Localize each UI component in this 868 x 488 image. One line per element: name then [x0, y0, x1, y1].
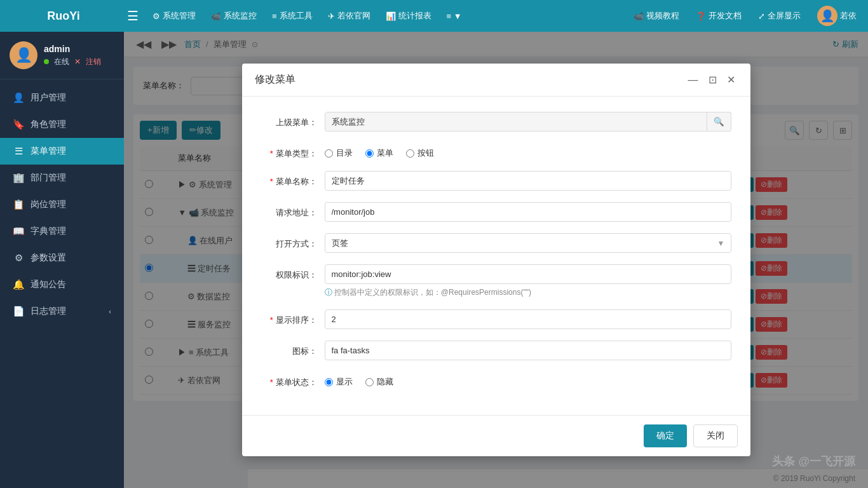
radio-btn[interactable] [406, 149, 414, 158]
modal-confirm-button[interactable]: 确定 [644, 424, 687, 447]
modal-header-buttons: — ⊡ ✕ [686, 72, 738, 87]
nav-label-docs: 开发文档 [709, 10, 742, 22]
radio-show-label: 显示 [336, 376, 353, 388]
permission-wrap: ⓘ 控制器中定义的权限标识，如：@RequiresPermissions("") [325, 264, 731, 298]
nav-label-video: 视频教程 [646, 10, 679, 22]
log-collapse-icon: ‹ [109, 308, 111, 315]
status-hide[interactable]: 隐藏 [365, 376, 393, 388]
logo: RuoYi [6, 10, 121, 23]
menu-status-label: 菜单状态： [261, 372, 325, 388]
modal-overlay: 修改菜单 — ⊡ ✕ 上级菜单： 🔍 菜单类型： [124, 32, 868, 488]
menu-type-wrap: 目录 菜单 按钮 [325, 143, 731, 159]
top-navigation: RuoYi ☰ ⚙ 系统管理 📹 系统监控 ≡ 系统工具 ✈ 若依官网 📊 统计… [0, 0, 868, 32]
nav-video-tutorial[interactable]: 📹 视频教程 [628, 10, 684, 22]
nav-item-ruoyi-official[interactable]: ✈ 若依官网 [320, 0, 378, 32]
modal-close-button[interactable]: 关闭 [693, 424, 738, 447]
nav-label-ruoyi: 若依官网 [337, 10, 370, 22]
form-row-menu-status: 菜单状态： 显示 隐藏 [261, 372, 731, 388]
nav-label-fullscreen: 全屏显示 [768, 10, 801, 22]
sidebar-item-param-settings[interactable]: ⚙ 参数设置 [0, 245, 124, 271]
radio-dir[interactable] [325, 149, 333, 158]
sidebar-item-menu-manage[interactable]: ☰ 菜单管理 [0, 138, 124, 165]
icon-input[interactable] [325, 341, 731, 360]
form-row-menu-name: 菜单名称： [261, 171, 731, 191]
docs-icon: ❓ [696, 11, 706, 21]
sidebar-user-info: admin 在线 ✕ 注销 [44, 44, 101, 67]
sidebar-item-user-manage[interactable]: 👤 用户管理 [0, 85, 124, 111]
permission-hint-text: 控制器中定义的权限标识，如：@RequiresPermissions("") [334, 288, 531, 297]
form-row-open-type: 打开方式： 页签 外链 ▼ [261, 233, 731, 253]
modal-footer: 确定 关闭 [242, 415, 750, 456]
nav-item-more[interactable]: ≡ ▼ [439, 0, 470, 32]
sidebar-item-notify[interactable]: 🔔 通知公告 [0, 271, 124, 298]
sidebar-item-label-param: 参数设置 [31, 252, 66, 264]
icon-label: 图标： [261, 341, 325, 357]
form-row-permission: 权限标识： ⓘ 控制器中定义的权限标识，如：@RequiresPermissio… [261, 264, 731, 298]
radio-hide-label: 隐藏 [377, 376, 393, 388]
nav-item-system-tools[interactable]: ≡ 系统工具 [264, 0, 320, 32]
nav-toggle-button[interactable]: ☰ [121, 8, 145, 24]
dept-icon: 🏢 [13, 172, 24, 184]
modal-body: 上级菜单： 🔍 菜单类型： 目录 [242, 97, 750, 415]
gear-icon: ⚙ [153, 11, 160, 21]
menu-type-menu[interactable]: 菜单 [365, 147, 393, 159]
permission-input[interactable] [325, 264, 731, 284]
permission-label: 权限标识： [261, 264, 325, 281]
modal-minimize-button[interactable]: — [686, 73, 701, 87]
sidebar-item-label-role: 角色管理 [31, 119, 66, 130]
parent-menu-wrap: 🔍 [325, 112, 731, 132]
plane-icon: ✈ [328, 11, 335, 21]
sidebar-item-log-manage[interactable]: 📄 日志管理 ‹ [0, 298, 124, 325]
sidebar-item-role-manage[interactable]: 🔖 角色管理 [0, 111, 124, 138]
nav-item-system-monitor[interactable]: 📹 系统监控 [203, 0, 264, 32]
sidebar-item-dict-manage[interactable]: 📖 字典管理 [0, 218, 124, 245]
sort-input[interactable] [325, 309, 731, 329]
sidebar-item-label-menu: 菜单管理 [31, 146, 66, 157]
online-status-dot [44, 59, 49, 64]
radio-btn-label: 按钮 [417, 147, 434, 159]
radio-hide[interactable] [365, 378, 374, 386]
menu-type-btn[interactable]: 按钮 [406, 147, 434, 159]
radio-menu[interactable] [365, 149, 374, 158]
nav-label-user: 若依 [840, 10, 857, 22]
sidebar-item-label-notify: 通知公告 [31, 279, 66, 290]
nav-fullscreen[interactable]: ⤢ 全屏显示 [753, 10, 806, 22]
logout-button[interactable]: 注销 [86, 57, 101, 67]
nav-label-system-tools: 系统工具 [280, 10, 313, 22]
menu-name-wrap [325, 171, 731, 191]
dict-icon: 📖 [13, 226, 24, 237]
sort-wrap [325, 309, 731, 329]
fullscreen-icon: ⤢ [758, 11, 765, 21]
sidebar-item-dept-manage[interactable]: 🏢 部门管理 [0, 165, 124, 191]
open-type-select[interactable]: 页签 外链 [325, 233, 731, 253]
status-show[interactable]: 显示 [325, 376, 353, 388]
form-row-request-url: 请求地址： [261, 202, 731, 222]
modal-close-x-button[interactable]: ✕ [724, 72, 738, 87]
request-url-input[interactable] [325, 202, 731, 222]
chart-icon: 📊 [386, 11, 396, 21]
nav-dev-docs[interactable]: ❓ 开发文档 [691, 10, 747, 22]
permission-hint: ⓘ 控制器中定义的权限标识，如：@RequiresPermissions("") [325, 287, 731, 298]
video-icon: 📹 [634, 11, 644, 21]
log-icon: 📄 [13, 306, 24, 317]
nav-user[interactable]: 👤 若依 [812, 6, 862, 26]
online-status-label: 在线 [54, 57, 69, 67]
nav-items: ⚙ 系统管理 📹 系统监控 ≡ 系统工具 ✈ 若依官网 📊 统计报表 ≡ ▼ [145, 0, 628, 32]
menu-type-dir[interactable]: 目录 [325, 147, 353, 159]
menu-name-input[interactable] [325, 171, 731, 191]
open-type-label: 打开方式： [261, 233, 325, 250]
parent-menu-input[interactable] [325, 112, 707, 132]
parent-menu-input-wrap: 🔍 [325, 112, 731, 132]
nav-item-stat-report[interactable]: 📊 统计报表 [378, 0, 439, 32]
icon-wrap [325, 341, 731, 360]
nav-label-system-manage: 系统管理 [163, 10, 196, 22]
parent-menu-search-button[interactable]: 🔍 [707, 112, 731, 132]
modal-maximize-button[interactable]: ⊡ [706, 72, 719, 87]
radio-show[interactable] [325, 378, 333, 386]
form-row-icon: 图标： [261, 341, 731, 360]
menu-status-wrap: 显示 隐藏 [325, 372, 731, 388]
sidebar-avatar: 👤 [10, 41, 37, 69]
open-type-select-wrap: 页签 外链 ▼ [325, 233, 731, 253]
sidebar-item-post-manage[interactable]: 📋 岗位管理 [0, 191, 124, 218]
nav-item-system-manage[interactable]: ⚙ 系统管理 [145, 0, 203, 32]
